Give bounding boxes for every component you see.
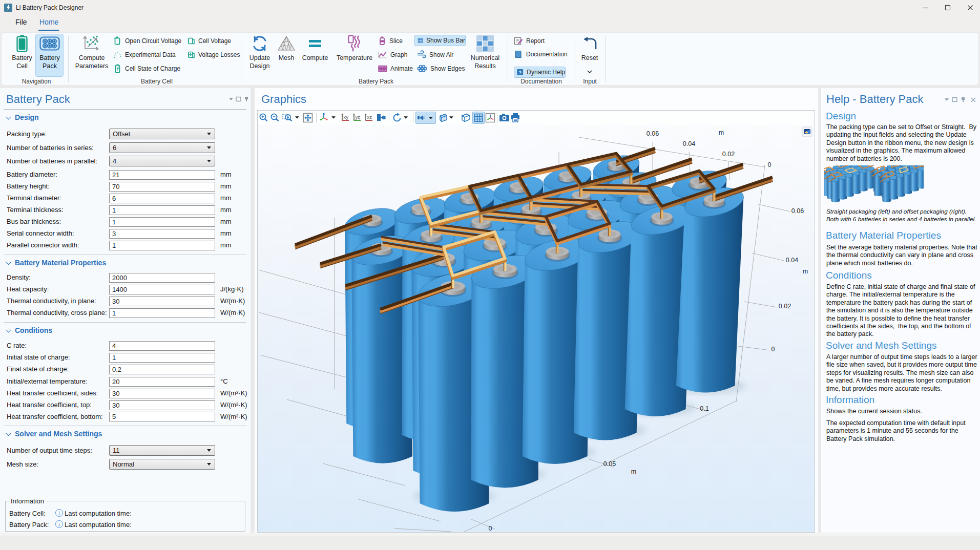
- svg-text:0.04: 0.04: [786, 257, 798, 264]
- svg-text:m: m: [719, 129, 724, 136]
- svg-text:0.02: 0.02: [722, 151, 735, 158]
- svg-text:0.06: 0.06: [647, 130, 659, 137]
- svg-text:0.02: 0.02: [779, 303, 791, 310]
- svg-text:m: m: [631, 468, 636, 475]
- svg-text:?: ?: [518, 70, 522, 75]
- svg-text:0: 0: [489, 525, 492, 532]
- svg-text:0.04: 0.04: [683, 140, 695, 147]
- svg-text:0: 0: [772, 346, 775, 353]
- svg-text:0: 0: [768, 161, 772, 168]
- svg-text:0.06: 0.06: [791, 207, 804, 215]
- svg-text:0.1: 0.1: [700, 405, 708, 412]
- svg-text:m: m: [803, 268, 808, 275]
- svg-text:0.05: 0.05: [603, 460, 616, 468]
